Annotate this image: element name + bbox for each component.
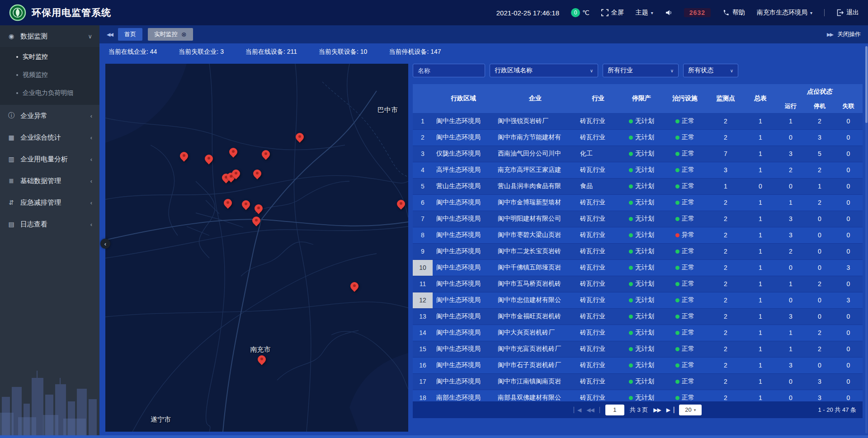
industry-filter-select[interactable]: 所有行业 ∨ [603, 64, 679, 77]
sidebar-item-power-analysis[interactable]: ▥企业用电量分析‹ [0, 148, 99, 170]
sidebar-subitem-video-monitor[interactable]: 视频监控 [0, 66, 99, 84]
table-row[interactable]: 11阆中生态环境局阆中市五马桥页岩机砖砖瓦行业无计划正常21120 [413, 276, 863, 292]
map-pin[interactable] [252, 217, 260, 225]
tabs-scroll-left-icon[interactable]: ◀◀ [107, 32, 113, 38]
fullscreen-button[interactable]: 全屏 [601, 9, 624, 17]
cell-lost: 0 [834, 357, 863, 373]
org-select[interactable]: 南充市生态环境局 ▾ [757, 9, 812, 17]
cell-points: 2 [707, 113, 745, 129]
status-dot [629, 347, 633, 351]
cell-index: 3 [413, 146, 433, 162]
region-filter-select[interactable]: 行政区域名称 ∨ [490, 64, 598, 77]
map-pin[interactable] [232, 170, 240, 178]
map-roads [105, 64, 408, 432]
map-pin[interactable] [255, 204, 263, 212]
cell-meters: 1 [745, 325, 776, 341]
cell-industry: 化工 [576, 146, 620, 162]
col-header-stop: 停机 [805, 99, 834, 113]
col-header-region: 行政区域 [433, 84, 494, 113]
notification-count-badge[interactable]: 2632 [684, 8, 711, 17]
map-pin[interactable] [242, 200, 250, 208]
cell-facility-status: 正常 [663, 113, 707, 129]
cell-facility-status: 正常 [663, 341, 707, 357]
table-row[interactable]: 9阆中生态环境局阆中市二龙长宝页岩砖砖瓦行业无计划正常21200 [413, 243, 863, 259]
table-row[interactable]: 8阆中生态环境局阆中市枣碧大梁山页岩砖瓦行业无计划异常21300 [413, 227, 863, 243]
map-pin[interactable] [205, 155, 213, 163]
status-dot [675, 347, 679, 351]
map-city-label: 遂宁市 [151, 415, 171, 424]
sidebar-subitem-realtime-monitor[interactable]: 实时监控 [0, 48, 99, 66]
map-pin[interactable] [229, 148, 237, 156]
cell-stop: 0 [805, 292, 834, 308]
cell-limit-status: 无计划 [620, 162, 663, 178]
scrollbar-thumb[interactable] [865, 46, 868, 123]
map-pin[interactable] [350, 282, 359, 290]
status-dot [675, 298, 679, 302]
cell-index: 12 [413, 292, 433, 308]
next-page-button[interactable]: ▶▶ [653, 407, 660, 413]
first-page-button[interactable]: ▏◀ [574, 407, 581, 413]
sidebar-item-label: 基础数据管理 [20, 177, 85, 185]
status-filter-select[interactable]: 所有状态 ∨ [683, 64, 738, 77]
page-input[interactable] [605, 405, 624, 415]
table-row[interactable]: 3仪陇生态环境局西南油气田分公司川中化工无计划正常71350 [413, 146, 863, 162]
map-pin[interactable] [397, 200, 405, 208]
cell-facility-status: 正常 [663, 194, 707, 211]
stats-icon: ▦ [7, 134, 15, 141]
tab-home[interactable]: 首页 [118, 28, 142, 41]
cell-index: 17 [413, 373, 433, 390]
map-pin[interactable] [180, 152, 188, 160]
sidebar-item-log-view[interactable]: ▤日志查看‹ [0, 213, 99, 235]
theme-select[interactable]: 主题 ▾ [636, 9, 653, 17]
help-button[interactable]: 帮助 [722, 9, 745, 17]
last-page-button[interactable]: ▶▕ [666, 407, 674, 413]
chevron-down-icon: ∨ [590, 68, 593, 73]
close-operations-button[interactable]: 关闭操作 [837, 30, 861, 38]
table-row[interactable]: 2阆中生态环境局阆中市南方节能建材有砖瓦行业无计划正常21030 [413, 129, 863, 146]
page-size-select[interactable]: 20 ▾ [679, 405, 702, 415]
tab-close-icon[interactable]: ⊗ [181, 31, 187, 38]
sidebar-item-data-monitor[interactable]: ◉数据监测∨ [0, 25, 99, 47]
table-row[interactable]: 15阆中生态环境局阆中市光富页岩机砖厂砖瓦行业无计划正常21120 [413, 341, 863, 357]
status-dot [675, 250, 679, 254]
sidebar-item-base-data[interactable]: ≣基础数据管理‹ [0, 170, 99, 192]
cell-company: 西南油气田分公司川中 [494, 146, 576, 162]
temperature: 0 ℃ [571, 8, 590, 17]
cell-industry: 砖瓦行业 [576, 276, 620, 292]
table-row[interactable]: 7阆中生态环境局阆中明阳建材有限公司砖瓦行业无计划正常21300 [413, 211, 863, 227]
table-row[interactable]: 10阆中生态环境局阆中千佛镇五郎垭页岩砖瓦行业无计划正常21003 [413, 259, 863, 276]
table-row[interactable]: 17阆中生态环境局阆中市江南镇阆南页岩砖瓦行业无计划正常21030 [413, 373, 863, 390]
announcement-button[interactable] [665, 9, 672, 16]
table-row[interactable]: 16阆中生态环境局阆中市石子页岩机砖厂砖瓦行业无计划正常21300 [413, 357, 863, 373]
map-pin[interactable] [296, 133, 304, 141]
sidebar-item-company-abnormal[interactable]: ⓘ企业异常‹ [0, 105, 99, 127]
sidebar-item-emergency-reduction[interactable]: ⇵应急减排管理‹ [0, 192, 99, 213]
map-pin[interactable] [258, 355, 266, 363]
logout-button[interactable]: 退出 [836, 9, 859, 17]
table-row[interactable]: 4高坪生态环境局南充市高坪区王家店建砖瓦行业无计划正常31220 [413, 162, 863, 178]
sidebar-item-company-statistics[interactable]: ▦企业综合统计‹ [0, 127, 99, 148]
panel-collapse-button[interactable]: ‹ [100, 239, 110, 249]
table-row[interactable]: 6阆中生态环境局阆中市金博瑞新型墙材砖瓦行业无计划正常21120 [413, 194, 863, 211]
cell-meters: 1 [745, 211, 776, 227]
map-pin[interactable] [262, 150, 270, 158]
map-pin[interactable] [224, 199, 232, 207]
name-filter-input[interactable] [413, 64, 485, 77]
tabs-scroll-right-icon[interactable]: ▶▶ [827, 32, 833, 38]
cell-industry: 砖瓦行业 [576, 357, 620, 373]
map[interactable]: 巴中市南充市遂宁市 [105, 64, 408, 432]
table-row[interactable]: 18南部生态环境局南部县双佛建材有限公砖瓦行业无计划正常21030 [413, 390, 863, 401]
prev-page-button[interactable]: ◀◀ [586, 407, 594, 413]
table-row[interactable]: 1阆中生态环境局阆中强锐页岩砖厂砖瓦行业无计划正常21120 [413, 113, 863, 129]
vertical-scrollbar[interactable] [865, 46, 868, 433]
map-pin[interactable] [253, 170, 261, 178]
tab-realtime-monitor[interactable]: 实时监控 ⊗ [148, 28, 193, 41]
table-row[interactable]: 14阆中生态环境局阆中大兴页岩机砖厂砖瓦行业无计划正常21120 [413, 325, 863, 341]
chevron-left-icon: ‹ [90, 134, 92, 141]
table-row[interactable]: 12阆中生态环境局阆中市忠信建材有限公砖瓦行业无计划正常21003 [413, 292, 863, 308]
cell-region: 阆中生态环境局 [433, 341, 494, 357]
sidebar-subitem-power-load-detail[interactable]: 企业电力负荷明细 [0, 84, 99, 102]
table-row[interactable]: 5营山生态环境局营山县润丰肉食品有限食品无计划正常10010 [413, 178, 863, 194]
table-row[interactable]: 13阆中生态环境局阆中市金福旺页岩机砖砖瓦行业无计划正常21300 [413, 308, 863, 325]
cell-stop: 3 [805, 373, 834, 390]
